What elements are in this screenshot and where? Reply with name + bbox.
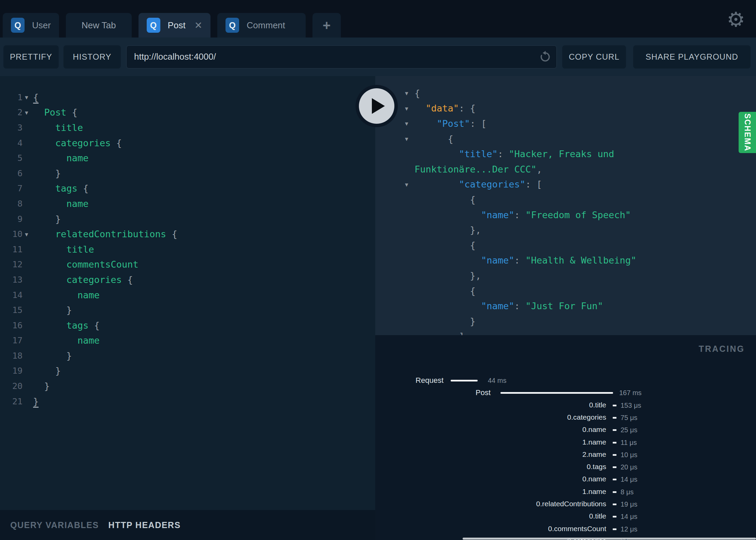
code-text: title: [33, 244, 94, 255]
code-text: "categories": [: [415, 179, 542, 190]
trace-row: 0.title153 μs: [375, 401, 756, 411]
trace-duration: 10 μs: [621, 451, 637, 459]
trace-duration: 12 μs: [621, 525, 637, 533]
tab-label: New Tab: [74, 20, 123, 31]
code-line: 2▾ Post {: [0, 105, 375, 120]
fold-arrow-icon[interactable]: ▾: [405, 135, 415, 142]
code-text: Funktionäre...Der CCC",: [415, 164, 542, 175]
code-line: 7 tags {: [0, 181, 375, 196]
line-number: 2: [0, 107, 23, 117]
fold-arrow-icon[interactable]: ▾: [23, 109, 33, 116]
trace-row: Post167 ms: [375, 388, 756, 399]
execute-query-button[interactable]: [355, 85, 398, 127]
trace-label: 0.tags: [587, 463, 606, 471]
query-badge-icon: Q: [147, 18, 160, 33]
code-line: "name": "Freedom of Speech": [375, 207, 756, 223]
trace-row: 0.categories13 μs: [375, 537, 756, 540]
line-number: 10: [0, 229, 23, 239]
line-number: 18: [0, 351, 23, 361]
fold-arrow-icon[interactable]: ▾: [23, 93, 33, 101]
request-toolbar: PRETTIFY HISTORY COPY CURL SHARE PLAYGRO…: [0, 38, 756, 76]
trace-duration-bar: [451, 380, 478, 381]
trace-duration: 44 ms: [488, 377, 506, 385]
fold-arrow-icon[interactable]: ▾: [405, 89, 415, 97]
trace-row: 0.name14 μs: [375, 475, 756, 485]
trace-duration-dash: [613, 504, 616, 505]
code-text: {: [33, 92, 39, 103]
fold-arrow-icon[interactable]: ▾: [405, 105, 415, 112]
copy-curl-button[interactable]: COPY CURL: [562, 45, 626, 69]
trace-duration-dash: [613, 405, 616, 406]
code-text: relatedContributions {: [33, 229, 177, 239]
code-line: {: [375, 283, 756, 299]
line-number: 3: [0, 123, 23, 133]
close-icon[interactable]: ✕: [194, 20, 202, 31]
code-text: title: [33, 122, 83, 133]
line-number: 14: [0, 290, 23, 300]
code-text: name: [33, 198, 89, 209]
code-text: name: [33, 335, 100, 346]
trace-duration: 11 μs: [621, 439, 637, 447]
code-line: 21}: [0, 394, 375, 409]
query-editor[interactable]: 1▾{2▾ Post {3 title4 categories {5 name6…: [0, 76, 375, 510]
code-text: }: [33, 365, 61, 376]
tab-user[interactable]: Q User: [3, 13, 59, 38]
line-number: 15: [0, 305, 23, 315]
add-tab-button[interactable]: +: [312, 13, 341, 38]
trace-row: 1.name8 μs: [375, 487, 756, 498]
code-text: "title": "Hacker, Freaks und: [415, 149, 614, 159]
tab-new-tab[interactable]: New Tab: [66, 13, 132, 38]
code-line: "name": "Health & Wellbeing": [375, 253, 756, 268]
endpoint-url-field: [126, 45, 557, 69]
tab-http-headers[interactable]: HTTP HEADERS: [108, 520, 181, 530]
code-line: 12 commentsCount: [0, 257, 375, 272]
prettify-button[interactable]: PRETTIFY: [3, 45, 59, 69]
trace-duration-dash: [613, 429, 616, 431]
trace-row: 1.name11 μs: [375, 438, 756, 448]
trace-duration: 19 μs: [621, 500, 637, 508]
tab-post[interactable]: Q Post ✕: [139, 13, 211, 38]
code-text: },: [415, 225, 481, 235]
fold-arrow-icon[interactable]: ▾: [405, 181, 415, 188]
variables-bar: QUERY VARIABLES HTTP HEADERS: [0, 510, 375, 540]
share-playground-button[interactable]: SHARE PLAYGROUND: [633, 45, 751, 69]
trace-duration: 20 μs: [621, 463, 637, 471]
trace-row: 0.relatedContributions19 μs: [375, 500, 756, 510]
refresh-icon[interactable]: [538, 50, 552, 64]
trace-duration: 14 μs: [621, 513, 637, 521]
query-badge-icon: Q: [11, 18, 25, 33]
code-text: Post {: [33, 107, 77, 118]
tab-comment[interactable]: Q Comment: [217, 13, 306, 38]
trace-label: 0.name: [582, 425, 606, 434]
code-line: ]: [375, 329, 756, 335]
settings-gear-icon[interactable]: ⚙: [727, 7, 745, 31]
trace-duration-dash: [613, 516, 616, 518]
endpoint-url-input[interactable]: [126, 45, 557, 69]
fold-arrow-icon[interactable]: ▾: [23, 230, 33, 238]
code-line: 15 }: [0, 302, 375, 318]
line-number: 5: [0, 153, 23, 163]
code-text: },: [415, 270, 481, 281]
code-text: name: [33, 153, 89, 163]
history-button[interactable]: HISTORY: [63, 45, 121, 69]
trace-duration: 153 μs: [621, 402, 641, 409]
trace-duration: 13 μs: [621, 538, 637, 540]
code-line: 4 categories {: [0, 135, 375, 151]
code-line: },: [375, 222, 756, 238]
line-number: 20: [0, 381, 23, 391]
trace-row: 0.title14 μs: [375, 512, 756, 522]
trace-label: Post: [476, 388, 491, 397]
trace-row: 0.name25 μs: [375, 425, 756, 436]
schema-side-tab[interactable]: SCHEMA: [739, 112, 756, 153]
code-line: 13 categories {: [0, 272, 375, 287]
response-viewer[interactable]: ▾{▾ "data": {▾ "Post": [▾ { "title": "Ha…: [375, 76, 756, 335]
code-text: tags {: [33, 320, 100, 331]
code-line: ▾ {: [375, 131, 756, 147]
code-text: }: [33, 305, 72, 315]
tab-query-variables[interactable]: QUERY VARIABLES: [10, 520, 99, 530]
code-text: }: [33, 350, 72, 361]
trace-label: 1.name: [582, 438, 606, 446]
line-number: 4: [0, 138, 23, 148]
fold-arrow-icon[interactable]: ▾: [405, 120, 415, 127]
trace-label: 2.name: [582, 450, 606, 459]
